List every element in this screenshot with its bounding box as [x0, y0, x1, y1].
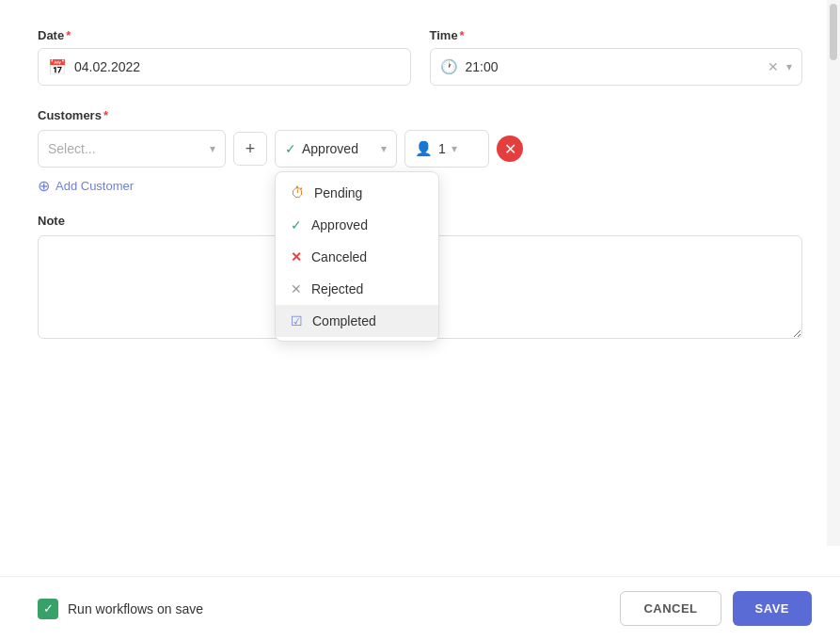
- customer-select-placeholder: Select...: [48, 141, 204, 156]
- customer-select[interactable]: Select... ▾: [38, 130, 226, 168]
- customers-label-text: Customers: [38, 108, 102, 122]
- status-check-icon: ✓: [285, 141, 296, 156]
- customers-required-star: *: [103, 108, 108, 122]
- customers-row: Select... ▾ + ✓ Approved ▾ ⏱: [38, 130, 802, 168]
- workflow-checkbox-box[interactable]: ✓: [38, 599, 58, 619]
- status-dropdown-wrapper: ✓ Approved ▾ ⏱ Pending ✓ Approved: [275, 130, 397, 168]
- add-customer-link-text: Add Customer: [55, 179, 134, 193]
- status-menu: ⏱ Pending ✓ Approved ✕ Canceled ✕: [275, 171, 439, 342]
- remove-customer-button[interactable]: ✕: [497, 136, 523, 162]
- rejected-icon: ✕: [291, 281, 302, 296]
- date-label-text: Date: [38, 28, 64, 42]
- workflow-checkbox-group[interactable]: ✓ Run workflows on save: [38, 599, 203, 619]
- time-input-wrapper[interactable]: 🕐 ✕ ▾: [430, 48, 803, 86]
- status-dropdown-button[interactable]: ✓ Approved ▾: [275, 130, 397, 168]
- footer-buttons: CANCEL SAVE: [620, 591, 812, 626]
- add-customer-plus-button[interactable]: +: [233, 132, 267, 166]
- date-input[interactable]: [74, 59, 401, 74]
- time-label: Time*: [430, 28, 803, 42]
- clear-time-icon[interactable]: ✕: [768, 59, 779, 74]
- footer: ✓ Run workflows on save CANCEL SAVE: [0, 576, 840, 640]
- date-time-row: Date* 📅 Time* 🕐 ✕ ▾: [38, 28, 802, 86]
- date-required-star: *: [66, 28, 71, 42]
- status-option-approved[interactable]: ✓ Approved: [276, 209, 438, 241]
- calendar-icon: 📅: [48, 58, 67, 76]
- workflow-label: Run workflows on save: [68, 601, 203, 616]
- status-dropdown-arrow-icon: ▾: [381, 142, 387, 155]
- approved-icon: ✓: [291, 217, 302, 232]
- time-input[interactable]: [466, 59, 761, 74]
- completed-icon: ☑: [291, 313, 303, 328]
- time-dropdown-arrow-icon[interactable]: ▾: [786, 60, 792, 73]
- approved-label: Approved: [311, 217, 368, 232]
- pending-label: Pending: [314, 185, 362, 200]
- scrollbar[interactable]: [827, 0, 840, 546]
- time-required-star: *: [460, 28, 465, 42]
- canceled-label: Canceled: [311, 249, 367, 264]
- form-area: Date* 📅 Time* 🕐 ✕ ▾: [0, 0, 840, 576]
- date-input-wrapper[interactable]: 📅: [38, 48, 411, 86]
- customers-section: Customers* Select... ▾ + ✓ Approved ▾: [38, 108, 802, 195]
- customers-label: Customers*: [38, 108, 802, 122]
- status-option-canceled[interactable]: ✕ Canceled: [276, 241, 438, 273]
- person-icon: 👤: [415, 140, 433, 157]
- date-label: Date*: [38, 28, 411, 42]
- status-option-completed[interactable]: ☑ Completed: [276, 305, 438, 337]
- person-count-value: 1: [438, 141, 446, 156]
- clock-icon: 🕐: [440, 58, 458, 75]
- person-count-dropdown[interactable]: 👤 1 ▾: [404, 130, 489, 168]
- add-customer-circle-icon: ⊕: [38, 177, 50, 195]
- status-option-pending[interactable]: ⏱ Pending: [276, 176, 438, 209]
- status-option-rejected[interactable]: ✕ Rejected: [276, 273, 438, 305]
- rejected-label: Rejected: [311, 281, 363, 296]
- scrollbar-thumb: [830, 4, 837, 60]
- time-field-group: Time* 🕐 ✕ ▾: [430, 28, 803, 86]
- person-count-arrow-icon: ▾: [452, 142, 457, 155]
- canceled-icon: ✕: [291, 249, 302, 264]
- date-field-group: Date* 📅: [38, 28, 411, 86]
- pending-icon: ⏱: [291, 184, 305, 200]
- save-button[interactable]: SAVE: [733, 591, 812, 626]
- cancel-button[interactable]: CANCEL: [620, 591, 721, 626]
- main-container: Date* 📅 Time* 🕐 ✕ ▾: [0, 0, 840, 640]
- completed-label: Completed: [312, 313, 376, 328]
- customer-select-arrow-icon: ▾: [210, 142, 215, 155]
- status-label-text: Approved: [302, 141, 375, 156]
- time-label-text: Time: [430, 28, 458, 42]
